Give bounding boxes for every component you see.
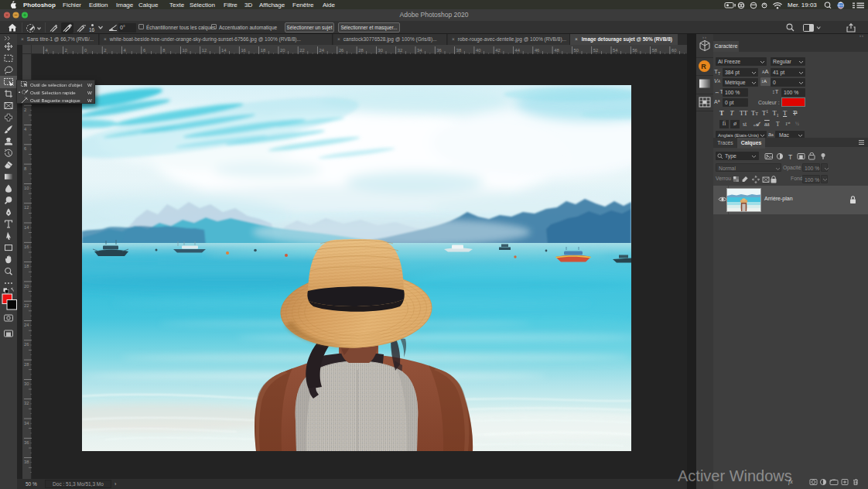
svg-text:16: 16	[24, 244, 29, 249]
svg-text:36: 36	[24, 440, 29, 445]
svg-text:56: 56	[632, 48, 637, 53]
svg-text:14: 14	[221, 48, 227, 53]
svg-text:50: 50	[574, 48, 579, 53]
svg-text:32: 32	[398, 48, 402, 53]
svg-text:14: 14	[24, 225, 29, 230]
svg-text:38: 38	[24, 460, 29, 464]
svg-text:34: 34	[417, 48, 422, 53]
svg-text:8: 8	[162, 48, 165, 53]
svg-text:6: 6	[143, 48, 145, 53]
svg-text:42: 42	[495, 48, 500, 53]
svg-text:44: 44	[515, 48, 521, 53]
svg-text:8: 8	[24, 166, 26, 171]
svg-text:10: 10	[183, 48, 187, 53]
svg-text:26: 26	[339, 48, 343, 53]
svg-text:22: 22	[299, 48, 304, 53]
svg-text:28: 28	[24, 362, 29, 367]
svg-text:40: 40	[476, 48, 480, 53]
svg-text:2: 2	[104, 48, 106, 53]
svg-text:52: 52	[593, 48, 598, 53]
svg-text:30: 30	[24, 381, 29, 386]
svg-text:18: 18	[24, 264, 29, 268]
svg-text:20: 20	[24, 284, 29, 289]
svg-text:0: 0	[84, 48, 87, 53]
svg-text:30: 30	[378, 48, 383, 53]
svg-text:2: 2	[24, 108, 26, 112]
svg-text:12: 12	[202, 48, 207, 53]
svg-text:20: 20	[280, 48, 285, 53]
svg-text:18: 18	[261, 48, 265, 53]
svg-text:T: T	[788, 153, 792, 161]
svg-text:28: 28	[358, 48, 363, 53]
svg-text:12: 12	[24, 205, 29, 210]
svg-text:38: 38	[456, 48, 461, 53]
svg-text:6: 6	[24, 146, 26, 151]
svg-text:10: 10	[24, 186, 29, 190]
svg-text:22: 22	[24, 303, 29, 308]
svg-text:32: 32	[24, 401, 29, 405]
svg-text:58: 58	[652, 48, 657, 53]
svg-text:34: 34	[24, 421, 29, 426]
svg-text:36: 36	[436, 48, 441, 53]
svg-text:54: 54	[613, 48, 618, 53]
svg-text:16: 16	[241, 48, 245, 53]
svg-text:2: 2	[65, 48, 67, 53]
svg-text:46: 46	[535, 48, 539, 53]
svg-text:24: 24	[24, 323, 29, 327]
svg-text:24: 24	[320, 48, 325, 53]
svg-text:26: 26	[24, 342, 29, 347]
svg-text:60: 60	[672, 48, 676, 53]
svg-text:48: 48	[554, 48, 559, 53]
